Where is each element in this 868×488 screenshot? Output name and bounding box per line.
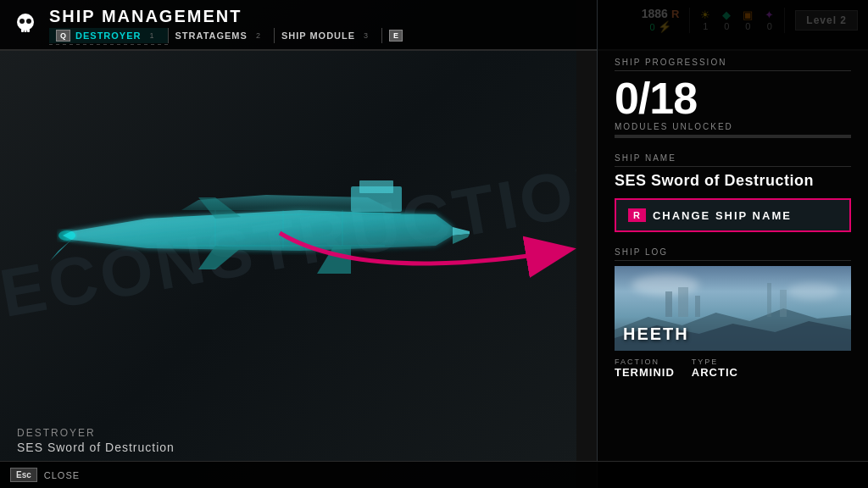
change-name-btn-label: CHANGE SHIP NAME bbox=[653, 209, 792, 222]
svg-marker-0 bbox=[63, 210, 453, 251]
svg-rect-27 bbox=[695, 296, 700, 317]
esc-key-badge[interactable]: Esc bbox=[10, 468, 37, 482]
svg-rect-26 bbox=[678, 287, 688, 317]
tab-number-destroyer: 1 bbox=[149, 31, 153, 40]
svg-rect-20 bbox=[21, 29, 24, 32]
tab-stratagems[interactable]: STRATAGEMS 2 bbox=[169, 28, 275, 43]
faction-label: FACTION bbox=[615, 358, 675, 366]
close-label: CLOSE bbox=[44, 470, 80, 480]
svg-point-19 bbox=[26, 19, 31, 24]
bottom-left-info: DESTROYER SES Sword of Destruction bbox=[17, 427, 175, 454]
type-value: ARCTIC bbox=[692, 366, 738, 379]
log-faction: FACTION TERMINID bbox=[615, 358, 675, 379]
svg-rect-21 bbox=[25, 29, 27, 32]
tabs-row: Q DESTROYER 1 STRATAGEMS 2 SHIP MODULE 3… bbox=[49, 28, 416, 43]
ship-progression-value: 0/18 bbox=[615, 76, 851, 120]
svg-point-18 bbox=[19, 19, 25, 24]
right-panel: SHIP PROGRESSION 0/18 MODULES UNLOCKED S… bbox=[597, 0, 868, 488]
tab-label-module: SHIP MODULE bbox=[281, 30, 355, 41]
tab-key-e: E bbox=[389, 30, 403, 42]
ship-name-section: SHIP NAME SES Sword of Destruction bbox=[615, 153, 851, 190]
svg-marker-6 bbox=[50, 210, 71, 231]
tab-label-stratagems: STRATAGEMS bbox=[175, 30, 248, 41]
bottom-ship-name: SES Sword of Destruction bbox=[17, 441, 175, 454]
ship-progression-section: SHIP PROGRESSION 0/18 MODULES UNLOCKED bbox=[615, 58, 851, 138]
svg-rect-3 bbox=[359, 180, 393, 193]
type-label: TYPE bbox=[692, 358, 738, 366]
ship-log-label: SHIP LOG bbox=[615, 247, 851, 261]
svg-marker-5 bbox=[453, 234, 470, 244]
planet-name: HEETH bbox=[623, 324, 689, 344]
log-type: TYPE ARCTIC bbox=[692, 358, 738, 379]
svg-rect-29 bbox=[780, 290, 787, 317]
bottom-bar: Esc CLOSE bbox=[0, 461, 868, 488]
svg-marker-7 bbox=[50, 240, 71, 261]
tab-label-destroyer: DESTROYER bbox=[75, 30, 141, 41]
faction-value: TERMINID bbox=[615, 366, 675, 379]
ship-name-display: SES Sword of Destruction bbox=[615, 172, 851, 190]
ship-viewport: RECONSTRUCTION bbox=[0, 0, 576, 488]
tab-number-module: 3 bbox=[364, 31, 368, 40]
page-title: SHIP MANAGEMENT bbox=[49, 7, 416, 26]
ship-progression-label: SHIP PROGRESSION bbox=[615, 58, 851, 71]
modules-unlocked-label: MODULES UNLOCKED bbox=[615, 122, 851, 131]
skull-icon bbox=[10, 9, 41, 40]
title-section: SHIP MANAGEMENT Q DESTROYER 1 STRATAGEMS… bbox=[49, 7, 416, 43]
screen: RECONSTRUCTION bbox=[0, 0, 868, 488]
ship-log-thumbnail: HEETH bbox=[615, 266, 851, 351]
tab-e[interactable]: E bbox=[382, 28, 416, 43]
ship-image bbox=[46, 151, 487, 320]
ship-log-section: SHIP LOG HEETH bbox=[615, 247, 851, 379]
svg-rect-25 bbox=[665, 291, 672, 317]
progress-bar-container bbox=[615, 135, 851, 138]
svg-rect-28 bbox=[767, 283, 771, 317]
ship-log-details: FACTION TERMINID TYPE ARCTIC bbox=[615, 358, 851, 379]
tab-destroyer[interactable]: Q DESTROYER 1 bbox=[49, 28, 169, 43]
tab-ship-module[interactable]: SHIP MODULE 3 bbox=[275, 28, 382, 43]
svg-point-8 bbox=[58, 230, 75, 241]
svg-marker-14 bbox=[198, 246, 241, 269]
change-name-key-badge: R bbox=[628, 208, 646, 222]
change-ship-name-button[interactable]: R CHANGE SHIP NAME bbox=[615, 198, 851, 232]
svg-rect-22 bbox=[27, 29, 30, 32]
ship-name-section-label: SHIP NAME bbox=[615, 153, 851, 167]
tab-key-destroyer: Q bbox=[56, 30, 70, 42]
tab-number-stratagems: 2 bbox=[256, 31, 260, 40]
bottom-ship-type: DESTROYER bbox=[17, 427, 175, 439]
